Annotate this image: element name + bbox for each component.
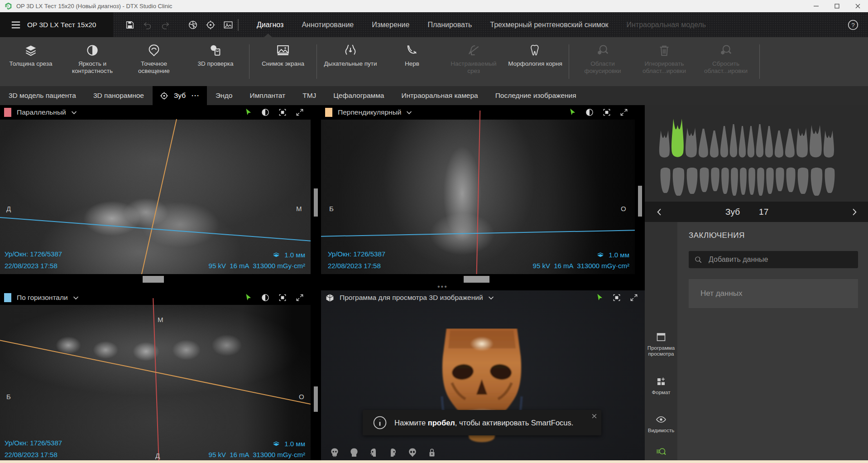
workspace-tab-цефалограмма[interactable]: Цефалограмма	[325, 92, 393, 100]
workspace-tab-последние-изображения[interactable]: Последние изображения	[487, 92, 585, 100]
fullscreen-icon[interactable]	[295, 108, 304, 117]
crosshair-red-line[interactable]	[476, 111, 480, 285]
horizontal-scrollbar[interactable]	[321, 274, 635, 285]
skull-front-icon[interactable]	[329, 447, 340, 458]
focus-target-button[interactable]	[206, 20, 216, 30]
skull-rear-icon[interactable]	[407, 447, 418, 458]
tooth-upper-4[interactable]	[699, 129, 708, 158]
tool-nerve[interactable]: Нерв	[381, 43, 443, 68]
sidebar-tool-visibility[interactable]: Видимость	[645, 414, 677, 434]
sidebar-tool-layout[interactable]: Формат	[645, 376, 677, 395]
workspace-tab-3d-панорамное[interactable]: 3D панорамное	[85, 92, 153, 100]
scrollbar-handle[interactable]	[638, 186, 642, 217]
workspace-tab-3d-модель-пациента[interactable]: 3D модель пациента	[0, 92, 85, 100]
tooth-upper-9[interactable]	[748, 126, 754, 157]
tooth-upper-1[interactable]	[659, 130, 670, 158]
viewport-horizontal[interactable]: По горизонтали М Б О Д Ур/Окн: 1726/5387…	[0, 290, 311, 460]
scrollbar-handle[interactable]	[464, 276, 489, 283]
contrast-icon[interactable]	[585, 108, 594, 117]
scrollbar-handle[interactable]	[143, 276, 164, 283]
ct-slice-horizontal[interactable]	[0, 305, 311, 460]
chevron-down-icon[interactable]	[70, 109, 78, 116]
chevron-right-icon[interactable]	[850, 207, 859, 217]
chevron-down-icon[interactable]	[487, 294, 495, 302]
contrast-icon[interactable]	[261, 108, 270, 117]
tool-slice-layers[interactable]: Толщина среза	[0, 43, 62, 68]
skull-right-icon[interactable]	[388, 447, 398, 458]
tooth-lower-15[interactable]	[811, 168, 822, 196]
tooth-upper-5[interactable]	[710, 130, 719, 158]
tooth-upper-16[interactable]	[824, 130, 834, 158]
tooth-lower-6[interactable]	[721, 168, 729, 194]
splitter-handle[interactable]	[314, 188, 318, 217]
splitter-handle[interactable]	[314, 386, 318, 412]
help-icon[interactable]: ?	[847, 19, 859, 31]
vertical-scrollbar[interactable]	[635, 105, 645, 285]
tool-check-3d[interactable]: 3D проверка	[185, 43, 246, 68]
chevron-down-icon[interactable]	[405, 109, 413, 116]
workspace-tab-интраоральная-камера[interactable]: Интраоральная камера	[393, 92, 486, 100]
tooth-lower-7[interactable]	[731, 168, 738, 196]
viewport-parallel[interactable]: Параллельный Д М Ур/Окн: 1726/5387 22/08…	[0, 105, 311, 285]
viewport-splitter-vertical[interactable]	[311, 105, 321, 285]
tooth-lower-1[interactable]	[661, 168, 671, 193]
tooth-lower-2[interactable]	[673, 168, 684, 196]
tooth-upper-6[interactable]	[720, 126, 728, 157]
tool-brightness-contrast[interactable]: Яркость и контрастность	[62, 43, 123, 75]
sidebar-tool-viewer[interactable]: Программа просмотра	[645, 332, 677, 357]
menu-tab-трехмерный-рентгеновский-снимок[interactable]: Трехмерный рентгеновский снимок	[490, 21, 608, 29]
tooth-upper-2[interactable]	[671, 119, 684, 157]
viewport-row-splitter[interactable]: •••	[0, 285, 645, 290]
toast-close-icon[interactable]	[591, 413, 597, 419]
fullscreen-icon[interactable]	[629, 293, 638, 302]
add-data-search[interactable]	[689, 251, 858, 268]
tooth-lower-14[interactable]	[798, 168, 809, 194]
tooth-upper-3[interactable]	[686, 128, 697, 157]
workspace-tab-зуб-active[interactable]: Зуб⋯	[153, 86, 207, 105]
tooth-upper-8[interactable]	[739, 126, 746, 157]
skull-top-icon[interactable]	[427, 447, 437, 458]
tooth-lower-10[interactable]	[757, 168, 764, 196]
viewport-3d-viewer[interactable]: Программа для просмотра 3D изображений	[321, 290, 645, 460]
workspace-tab-эндо[interactable]: Эндо	[207, 92, 241, 100]
workspace-tab-tmj[interactable]: TMJ	[294, 92, 325, 100]
crosshair-orange-line[interactable]	[16, 126, 61, 282]
tooth-lower-9[interactable]	[748, 168, 755, 195]
tooth-upper-14[interactable]	[796, 128, 808, 157]
fit-view-icon[interactable]	[612, 293, 621, 302]
tool-tooth[interactable]: Морфология корня	[504, 43, 566, 68]
fit-view-icon[interactable]	[278, 293, 287, 302]
chevron-down-icon[interactable]	[72, 294, 80, 302]
horizontal-scrollbar[interactable]	[0, 274, 311, 285]
minimize-button[interactable]	[806, 0, 826, 12]
workspace-tab-имплантат[interactable]: Имплантат	[241, 92, 294, 100]
cursor-tool-icon[interactable]	[595, 293, 604, 302]
cursor-tool-icon[interactable]	[244, 293, 253, 302]
tooth-upper-11[interactable]	[765, 126, 773, 157]
tooth-upper-15[interactable]	[810, 125, 822, 157]
tooth-upper-10[interactable]	[756, 124, 763, 157]
image-button[interactable]	[223, 20, 233, 30]
viewport-splitter-vertical[interactable]	[311, 290, 321, 460]
menu-tab-аннотирование[interactable]: Аннотирование	[302, 21, 354, 29]
tooth-lower-12[interactable]	[776, 168, 784, 191]
project-menu-button[interactable]: OP 3D LX Тест 15x20	[0, 12, 113, 37]
skull-left-icon[interactable]	[368, 447, 379, 458]
tooth-lower-11[interactable]	[766, 168, 774, 194]
cursor-tool-icon[interactable]	[568, 108, 577, 117]
menu-tab-диагноз[interactable]: Диагноз	[257, 21, 283, 29]
maximize-button[interactable]	[826, 0, 847, 12]
fullscreen-icon[interactable]	[619, 108, 628, 117]
tool-spot-light[interactable]: Точечное освещение	[123, 43, 185, 75]
fit-view-icon[interactable]	[602, 108, 611, 117]
tool-airways[interactable]: Дыхательные пути	[320, 43, 381, 68]
aperture-button[interactable]	[188, 20, 198, 30]
close-button[interactable]	[847, 0, 868, 12]
tooth-lower-16[interactable]	[825, 168, 835, 193]
tooth-lower-8[interactable]	[740, 168, 747, 195]
tooth-lower-3[interactable]	[687, 168, 698, 194]
skull-back-icon[interactable]	[349, 447, 360, 458]
tool-screenshot[interactable]: Снимок экрана	[252, 43, 314, 68]
tab-more-icon[interactable]: ⋯	[191, 91, 200, 101]
chevron-left-icon[interactable]	[655, 207, 664, 217]
